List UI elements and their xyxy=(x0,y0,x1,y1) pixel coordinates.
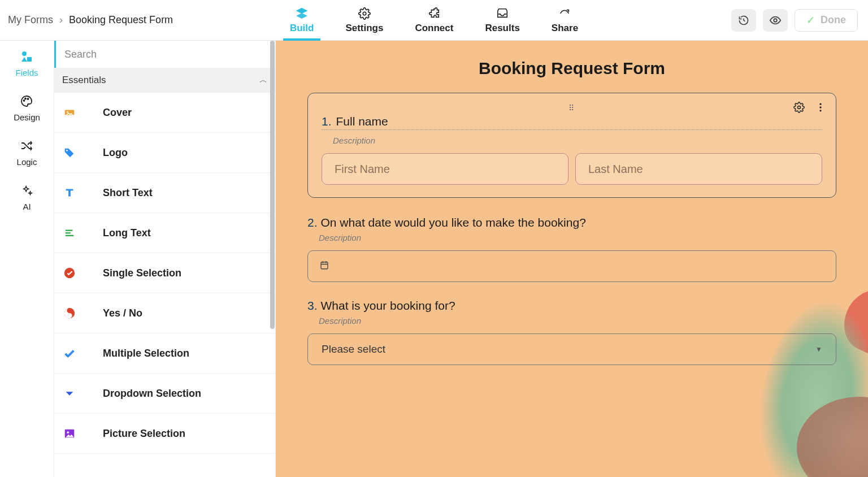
field-label: Cover xyxy=(103,107,132,119)
field-label: Dropdown Selection xyxy=(103,388,201,400)
chevron-down-icon: ▼ xyxy=(815,345,822,353)
field-logo[interactable]: Logo xyxy=(54,133,275,173)
panel-scrollbar[interactable] xyxy=(270,41,275,477)
dropdown-placeholder: Please select xyxy=(322,343,385,355)
question-text[interactable]: On what date would you like to make the … xyxy=(321,216,586,229)
tab-settings[interactable]: Settings xyxy=(345,7,383,41)
preview-button[interactable] xyxy=(763,9,788,32)
rail-fields[interactable]: Fields xyxy=(15,49,38,77)
field-label: Yes / No xyxy=(103,307,142,319)
question-more-button[interactable] xyxy=(814,101,827,114)
tab-label: Settings xyxy=(345,23,383,34)
svg-rect-23 xyxy=(321,262,328,269)
category-essentials[interactable]: Essentials ︿ xyxy=(54,68,275,93)
rail-ai[interactable]: AI xyxy=(19,183,35,211)
history-button[interactable] xyxy=(731,9,756,32)
rail-label: Fields xyxy=(15,68,38,77)
question-settings-button[interactable] xyxy=(793,101,805,114)
inbox-icon xyxy=(496,7,509,20)
topbar: My Forms › Booking Request Form Build Se… xyxy=(0,0,868,41)
svg-point-2 xyxy=(22,51,27,56)
tab-results[interactable]: Results xyxy=(485,7,519,41)
field-label: Picture Selection xyxy=(103,428,185,440)
chevron-up-icon: ︿ xyxy=(259,75,267,85)
share-icon xyxy=(558,7,571,20)
field-long-text[interactable]: Long Text xyxy=(54,213,275,253)
field-short-text[interactable]: Short Text xyxy=(54,173,275,213)
date-input[interactable] xyxy=(307,250,836,282)
top-actions: ✓ Done xyxy=(731,9,868,32)
svg-point-15 xyxy=(69,310,71,311)
rail-design[interactable]: Design xyxy=(14,93,40,122)
svg-point-8 xyxy=(67,111,68,113)
shuffle-icon xyxy=(19,138,34,154)
field-cover[interactable]: Cover xyxy=(54,93,275,133)
cover-icon xyxy=(62,105,77,120)
drag-handle-icon[interactable]: ⠿ xyxy=(322,103,822,115)
question-number: 3. xyxy=(307,299,318,313)
check-icon: ✓ xyxy=(806,14,815,27)
svg-rect-3 xyxy=(27,57,32,62)
question-description[interactable]: Description xyxy=(319,233,836,242)
first-name-input[interactable] xyxy=(322,153,568,185)
tab-connect[interactable]: Connect xyxy=(415,7,453,41)
checkmark-icon xyxy=(62,346,77,361)
tab-label: Results xyxy=(485,23,519,34)
form-title[interactable]: Booking Request Form xyxy=(276,41,868,93)
field-single-selection[interactable]: Single Selection xyxy=(54,253,275,293)
last-name-input[interactable] xyxy=(575,153,822,185)
field-multiple-selection[interactable]: Multiple Selection xyxy=(54,333,275,374)
question-block-3[interactable]: 3. What is your booking for? Description… xyxy=(307,299,836,365)
breadcrumb-separator: › xyxy=(59,14,63,25)
caret-down-icon xyxy=(62,386,77,401)
dropdown-input[interactable]: Please select ▼ xyxy=(307,333,836,365)
field-label: Logo xyxy=(103,147,128,159)
question-block-2[interactable]: 2. On what date would you like to make t… xyxy=(307,216,836,282)
yinyang-icon xyxy=(62,306,77,320)
tab-share[interactable]: Share xyxy=(552,7,578,41)
svg-point-18 xyxy=(67,431,69,433)
eye-icon xyxy=(769,14,782,27)
tag-icon xyxy=(62,145,77,160)
question-number: 2. xyxy=(307,216,318,229)
question-text[interactable]: What is your booking for? xyxy=(321,299,455,313)
tab-build[interactable]: Build xyxy=(290,7,314,41)
field-dropdown-selection[interactable]: Dropdown Selection xyxy=(54,374,275,414)
shapes-icon xyxy=(19,49,34,64)
svg-point-5 xyxy=(25,98,26,99)
svg-point-21 xyxy=(819,106,821,108)
field-panel: Essentials ︿ Cover Logo Short Text Long … xyxy=(54,41,276,477)
field-picture-selection[interactable]: Picture Selection xyxy=(54,414,275,454)
calendar-icon xyxy=(319,260,329,272)
field-yes-no[interactable]: Yes / No xyxy=(54,293,275,333)
question-description[interactable]: Description xyxy=(333,136,822,145)
field-label: Multiple Selection xyxy=(103,348,189,359)
question-description[interactable]: Description xyxy=(319,316,836,326)
field-search[interactable] xyxy=(54,41,275,68)
left-rail: Fields Design Logic AI xyxy=(0,41,54,477)
layers-icon xyxy=(295,7,309,20)
tab-label: Connect xyxy=(415,23,453,34)
rail-logic[interactable]: Logic xyxy=(17,138,37,167)
svg-point-22 xyxy=(819,110,821,111)
question-number: 1. xyxy=(322,115,332,128)
svg-point-16 xyxy=(69,315,71,316)
question-text[interactable]: Full name xyxy=(336,115,388,128)
svg-point-0 xyxy=(363,12,366,15)
search-input[interactable] xyxy=(64,49,265,60)
radio-check-icon xyxy=(62,266,77,280)
svg-point-6 xyxy=(28,98,29,99)
image-icon xyxy=(62,426,77,441)
sparkles-icon xyxy=(19,183,35,198)
breadcrumb-root[interactable]: My Forms xyxy=(8,14,53,25)
rail-label: AI xyxy=(23,202,31,211)
text-icon xyxy=(62,185,77,200)
question-card-1[interactable]: ⠿ 1. Full name Description xyxy=(307,93,836,198)
svg-rect-10 xyxy=(66,230,73,231)
svg-rect-12 xyxy=(66,235,74,236)
puzzle-icon xyxy=(427,7,441,20)
done-button[interactable]: ✓ Done xyxy=(795,9,858,32)
svg-point-20 xyxy=(819,103,821,105)
done-label: Done xyxy=(821,14,846,26)
field-label: Short Text xyxy=(103,187,153,199)
